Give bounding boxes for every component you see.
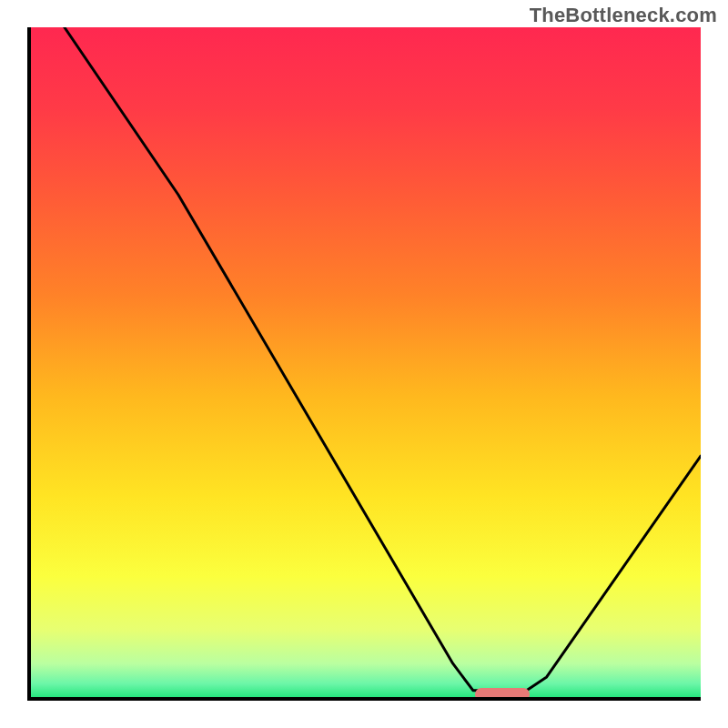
watermark-text: TheBottleneck.com — [530, 4, 717, 27]
plot-area — [27, 27, 701, 701]
bottleneck-curve — [31, 27, 701, 697]
optimal-range-marker — [475, 688, 529, 701]
